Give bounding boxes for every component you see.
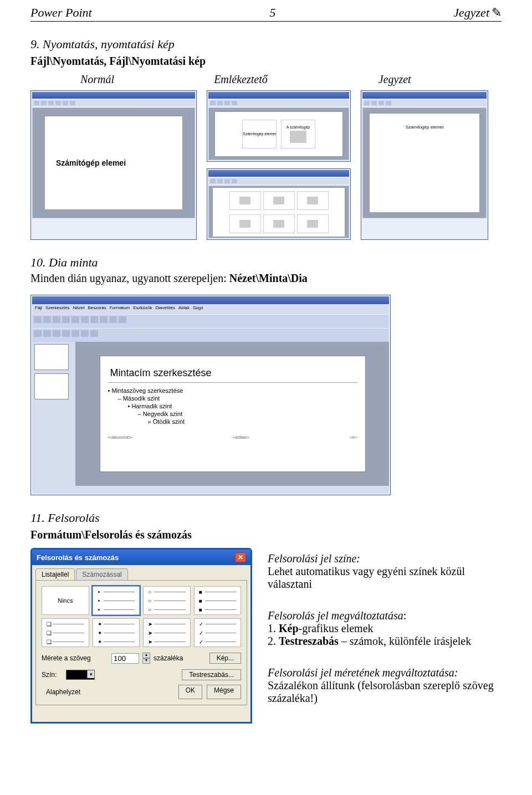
footer-date: <dátum/idő> [108, 435, 132, 440]
size-suffix: százaléka [154, 654, 183, 662]
window-toolbar [32, 329, 389, 342]
bullet-option-arrow[interactable]: ➤➤➤ [143, 618, 191, 647]
list-tail: – számok, különféle írásjelek [339, 635, 471, 647]
list-tail: -grafikus elemek [299, 622, 374, 634]
menu-item[interactable]: Eszközök [133, 305, 152, 313]
header-left: Power Point [30, 6, 92, 20]
bullet-option-square[interactable]: ■■■ [194, 586, 242, 615]
menu-item[interactable]: Ablak [178, 305, 190, 313]
bullet-option-none[interactable]: Nincs [42, 586, 89, 615]
bullet-option-check[interactable]: ✓✓✓ [194, 618, 242, 647]
section-9-path: Fájl\Nyomtatás, Fájl\Nyomtatási kép [30, 55, 502, 68]
handout-page: Számítógép elemei A számítógép [214, 111, 343, 157]
screenshot-handout-1: Számítógép elemei A számítógép [207, 90, 351, 162]
reset-button[interactable]: Alaphelyzet [42, 685, 174, 699]
header-page-number: 5 [92, 6, 454, 20]
size-row: Mérete a szöveg ▲▼ százaléka Kép... [42, 653, 241, 664]
section-11-path: Formátum\Felsorolás és számozás [30, 529, 502, 541]
section-10-title: 10. Dia minta [30, 255, 502, 270]
screenshot-normal-view: Számítógép elemei [30, 90, 197, 240]
menu-item[interactable]: Beszúrás [88, 305, 106, 313]
desc-heading-change-colon: : [403, 609, 407, 622]
handout-cell [297, 191, 329, 210]
handout-cell: A számítógép [281, 120, 315, 148]
handout-thumbnail [307, 220, 318, 228]
menu-item[interactable]: Diavetítés [155, 305, 175, 313]
outline-level-3: • Harmadik szint [128, 403, 357, 409]
footer-slidenum: <#> [350, 435, 357, 440]
master-body-placeholder[interactable]: • Mintaszöveg szerkesztése – Második szi… [108, 387, 357, 425]
list-bold: Kép [279, 622, 299, 634]
header-right: Jegyzet✎ [453, 6, 502, 20]
spin-down-icon[interactable]: ▼ [142, 658, 150, 664]
bullet-option-hollow-square[interactable]: ❏❏❏ [42, 618, 89, 647]
window-toolbar [32, 315, 389, 328]
menu-item[interactable]: Szerkesztés [45, 305, 70, 313]
handout-cell [229, 191, 261, 210]
list-number: 1. [268, 622, 279, 634]
handout-cell [229, 214, 261, 233]
window-toolbar [32, 100, 195, 106]
handout-cell [297, 214, 329, 233]
handout-thumbnail [273, 220, 284, 228]
menu-item[interactable]: Formátum [110, 305, 130, 313]
list-bold: Testreszabás [279, 635, 339, 647]
screenshot-handout-2 [207, 168, 351, 240]
window-titlebar [362, 92, 487, 99]
customize-button[interactable]: Testreszabás... [182, 669, 241, 680]
pencil-icon: ✎ [492, 6, 502, 19]
col-label-normal: Normál [80, 73, 114, 86]
window-toolbar [208, 178, 349, 184]
ok-button[interactable]: OK [178, 685, 202, 699]
desc-list-item-1: 1. Kép-grafikus elemek [268, 622, 502, 635]
notes-page: Számítógép elemei [369, 113, 480, 213]
editor-main: Mintacím szerkesztése • Mintaszöveg szer… [76, 342, 389, 486]
handout-canvas [208, 186, 349, 238]
dialog-button-row: Alaphelyzet OK Mégse [42, 685, 241, 699]
handout-thumbnail [290, 131, 306, 143]
spin-up-icon[interactable]: ▲ [142, 653, 150, 658]
size-spinner[interactable]: ▲▼ [142, 653, 150, 664]
window-menubar: Fájl Szerkesztés Nézet Beszúrás Formátum… [32, 304, 389, 314]
bullet-none-label: Nincs [58, 597, 73, 604]
handout-canvas: Számítógép elemei A számítógép [208, 107, 349, 160]
desc-heading-change: Felsorolás jel megváltoztatása: [268, 609, 502, 622]
picture-button[interactable]: Kép... [209, 653, 241, 664]
bullet-option-disc[interactable]: ••• [93, 586, 140, 615]
section-9-screenshots: Számítógép elemei Számítógép elemei A sz… [30, 90, 502, 240]
cancel-button[interactable]: Mégse [207, 685, 241, 699]
desc-heading-color: Felsorolási jel színe: [268, 552, 502, 565]
tab-numbered[interactable]: Számozással [76, 568, 127, 580]
desc-text-size: Százalékon állítunk (felsorolásban szere… [268, 679, 502, 705]
section-10-text: Minden dián ugyanaz, ugyanott szerepelje… [30, 272, 502, 285]
master-title-placeholder[interactable]: Mintacím szerkesztése [108, 364, 357, 383]
tab-bulleted[interactable]: Listajellel [35, 568, 75, 580]
page-header: Power Point 5 Jegyzet✎ [30, 6, 502, 22]
slide-thumbnail[interactable] [34, 344, 69, 370]
screenshot-slide-master: Fájl Szerkesztés Nézet Beszúrás Formátum… [30, 295, 391, 495]
menu-item[interactable]: Súgó [193, 305, 203, 313]
bullet-option-star[interactable]: ✦✦✦ [93, 618, 140, 647]
handout-thumbnail [239, 220, 250, 228]
dialog-title-text: Felsorolás és számozás [37, 553, 119, 562]
dialog-titlebar: Felsorolás és számozás ✕ [32, 550, 250, 565]
chevron-down-icon[interactable]: ▾ [87, 670, 94, 678]
header-right-text: Jegyzet [453, 6, 489, 19]
handout-page [212, 187, 345, 237]
menu-item[interactable]: Fájl [35, 305, 42, 313]
notes-canvas: Számítógép elemei [362, 107, 487, 218]
color-picker[interactable]: ▾ [66, 670, 95, 680]
menu-item[interactable]: Nézet [73, 305, 84, 313]
desc-heading-change-italic: Felsorolás jel megváltoztatása [268, 609, 403, 622]
desc-list-item-2: 2. Testreszabás – számok, különféle írás… [268, 635, 502, 648]
section-11-description: Felsorolási jel színe: Lehet automatikus… [268, 548, 502, 724]
size-input[interactable] [111, 653, 139, 664]
screenshot-notes-view: Számítógép elemei [361, 90, 488, 240]
master-slide: Mintacím szerkesztése • Mintaszöveg szer… [100, 356, 366, 472]
close-icon[interactable]: ✕ [235, 552, 246, 562]
slide-thumbnail[interactable] [34, 373, 69, 399]
window-titlebar [208, 92, 349, 99]
bullet-option-circle[interactable]: ○○○ [143, 586, 191, 615]
handout-cell [263, 214, 295, 233]
outline-level-5: » Ötödik szint [148, 418, 357, 425]
